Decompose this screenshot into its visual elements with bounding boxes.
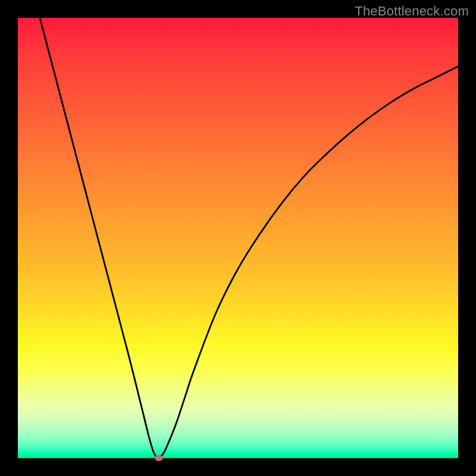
optimum-marker: [155, 455, 163, 461]
plot-area: [18, 18, 458, 458]
watermark-text: TheBottleneck.com: [355, 4, 469, 19]
chart-container: TheBottleneck.com: [0, 0, 476, 476]
curve-layer: [18, 18, 458, 458]
bottleneck-curve: [40, 18, 458, 458]
